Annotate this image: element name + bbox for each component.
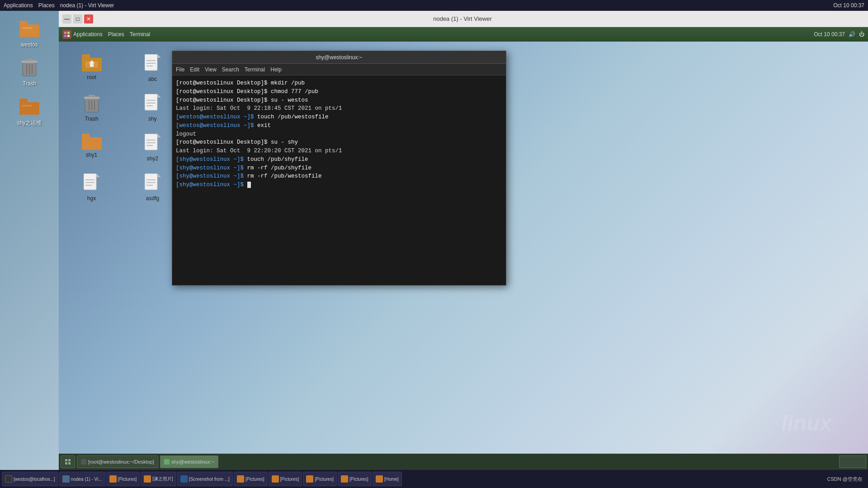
svg-rect-10 [19, 99, 28, 104]
outer-tb-pictures2[interactable]: [Pictures] [234, 472, 268, 486]
window-controls: — □ ✕ [62, 14, 93, 23]
folder-small-icon-3 [237, 475, 244, 483]
inner-datetime: Oct 10 00:37 [814, 31, 845, 38]
fm-asdfg-label: asdfg [146, 195, 159, 202]
outer-tb-pictures1[interactable]: [Pictures] [106, 472, 140, 486]
outer-taskbar-left: Applications Places nodea (1) - Virt Vie… [4, 2, 114, 9]
fm-trash-label: Trash [85, 116, 98, 122]
virt-viewer-title: nodea (1) - Virt Viewer [93, 15, 832, 22]
desktop: Applications Places nodea (1) - Virt Vie… [0, 0, 868, 488]
taskbar-shy-terminal[interactable]: shy@westoslinux:~ [160, 455, 218, 468]
svg-rect-37 [82, 137, 102, 150]
taskbar-workspace[interactable] [839, 455, 866, 468]
svg-rect-44 [84, 174, 96, 190]
fm-icon-trash[interactable]: Trash [63, 90, 120, 126]
term-view-menu[interactable]: View [205, 66, 217, 73]
desktop-icons-panel: westos Trash [0, 11, 59, 470]
close-button[interactable]: ✕ [84, 14, 93, 23]
maximize-button[interactable]: □ [73, 14, 82, 23]
westos-icon [19, 18, 40, 40]
desktop-icon-trash[interactable]: Trash [11, 57, 47, 87]
svg-rect-15 [67, 35, 70, 37]
svg-rect-1 [19, 21, 28, 26]
westos-label: westos [21, 42, 38, 48]
svg-rect-12 [64, 32, 66, 34]
trash-icon [19, 57, 40, 79]
term-line-4: Last login: Sat Oct 9 22:18:45 CST 2021 … [176, 104, 502, 113]
svg-rect-32 [145, 94, 157, 110]
outer-tb-westos[interactable]: [westos@localhos...] [2, 472, 58, 486]
svg-rect-17 [82, 54, 90, 60]
outer-tb-pictures3[interactable]: [Pictures] [269, 472, 302, 486]
taskbar-root-terminal[interactable]: [root@westoslinux:~/Desktop] [77, 455, 158, 468]
svg-rect-28 [89, 95, 95, 97]
folder-small-icon-4 [272, 475, 279, 483]
term-line-2: [root@westoslinux Desktop]$ chmod 777 /p… [176, 88, 502, 96]
terminal-cursor [247, 182, 251, 188]
svg-rect-5 [26, 59, 33, 61]
inner-desktop-content: root abc [59, 42, 868, 454]
svg-marker-22 [157, 54, 161, 58]
folder-small-icon-5 [306, 475, 313, 483]
virt-small-icon [62, 475, 70, 483]
term-line-11: [shy@westoslinux ~]$ rm -rf /pub/shyfile [176, 164, 502, 173]
svg-rect-49 [145, 174, 157, 190]
terminal-content[interactable]: [root@westoslinux Desktop]$ mkdir /pub [… [172, 75, 506, 285]
taskbar-show-desktop[interactable] [61, 455, 75, 468]
term-line-12: [shy@westoslinux ~]$ rm -rf /pub/westosf… [176, 172, 502, 181]
svg-marker-45 [96, 174, 100, 177]
svg-marker-40 [157, 134, 161, 137]
applications-icon [62, 30, 71, 39]
outer-taskbar: Applications Places nodea (1) - Virt Vie… [0, 0, 868, 11]
outer-places-menu[interactable]: Places [38, 2, 55, 9]
terminal-window[interactable]: shy@westoslinux:~ File Edit View Search … [172, 51, 506, 286]
file-manager-panel: root abc [59, 42, 185, 454]
term-help-menu[interactable]: Help [270, 66, 282, 73]
term-line-6: [westos@westoslinux ~]$ exit [176, 122, 502, 130]
fm-shy-label: shy [148, 116, 157, 122]
inner-places-menu[interactable]: Places [108, 31, 124, 38]
term-line-1: [root@westoslinux Desktop]$ mkdir /pub [176, 79, 502, 88]
svg-rect-59 [164, 459, 170, 465]
outer-tb-right: CSDN @空壳在 [827, 476, 866, 483]
inner-terminal-menu[interactable]: Terminal [130, 31, 150, 38]
fm-shy1-label: shy1 [86, 152, 97, 158]
term-prompt-line[interactable]: [shy@westoslinux ~]$ [176, 181, 502, 189]
svg-rect-9 [19, 102, 39, 115]
outer-tb-pictures4[interactable]: [Pictures] [303, 472, 337, 486]
inner-bottom-taskbar: [root@westoslinux:~/Desktop] shy@westosl… [59, 454, 868, 470]
virt-viewer-titlebar: — □ ✕ nodea (1) - Virt Viewer [59, 11, 868, 27]
watermark-text: linux [781, 411, 832, 436]
term-line-3: [root@westoslinux Desktop]$ su - westos [176, 96, 502, 105]
fm-hgx-label: hgx [87, 195, 96, 202]
fm-icon-shy1[interactable]: shy1 [63, 130, 120, 165]
power-icon[interactable]: ⏻ [859, 31, 864, 38]
fm-icon-root[interactable]: root [63, 51, 120, 86]
desktop-icon-shyyunwei[interactable]: shy之运维 [11, 96, 47, 127]
outer-bottom-taskbar: [westos@localhos...] nodea (1) - Vi... [… [0, 470, 868, 488]
inner-desktop: Applications Places Terminal Oct 10 00:3… [59, 27, 868, 470]
csdn-label: CSDN @空壳在 [827, 476, 863, 483]
outer-tb-pictures5[interactable]: [Pictures] [338, 472, 372, 486]
folder-small-icon-6 [341, 475, 348, 483]
outer-tb-screenshot[interactable]: [Screenshot from ...] [177, 472, 233, 486]
desktop-icon-westos[interactable]: westos [11, 18, 47, 48]
term-terminal-menu[interactable]: Terminal [245, 66, 265, 73]
outer-tb-virt[interactable]: nodea (1) - Vi... [59, 472, 105, 486]
svg-rect-39 [145, 134, 157, 150]
terminal-title: shy@westoslinux:~ [176, 54, 502, 61]
volume-icon[interactable]: 🔊 [849, 31, 855, 38]
outer-tb-home[interactable]: [Home] [373, 472, 402, 486]
fm-icon-hgx[interactable]: hgx [63, 170, 120, 205]
term-search-menu[interactable]: Search [222, 66, 239, 73]
trash-label: Trash [23, 80, 36, 87]
term-file-menu[interactable]: File [176, 66, 184, 73]
svg-marker-50 [157, 174, 161, 177]
term-edit-menu[interactable]: Edit [190, 66, 199, 73]
svg-rect-54 [65, 459, 67, 461]
minimize-button[interactable]: — [62, 14, 71, 23]
outer-tb-qianzhizhao[interactable]: [谦之照片] [141, 472, 176, 486]
outer-applications-menu[interactable]: Applications [4, 2, 33, 9]
shyyunwei-label: shy之运维 [17, 119, 42, 127]
inner-applications-menu[interactable]: Applications [62, 30, 103, 39]
